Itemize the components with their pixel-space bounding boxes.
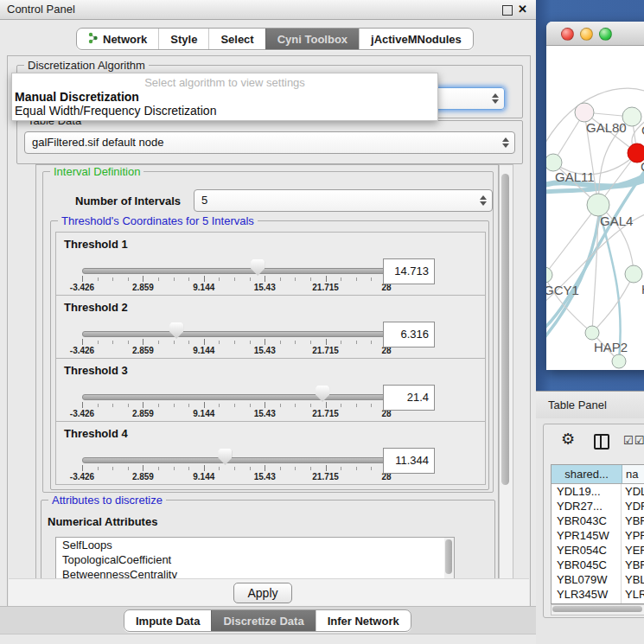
network-node-label: HAP2 bbox=[594, 340, 628, 354]
table-row[interactable]: YPR145WYPR1 bbox=[552, 528, 644, 543]
minimize-traffic-light-icon[interactable] bbox=[580, 28, 593, 41]
slider-tick bbox=[188, 404, 189, 407]
table-cell: YDR27... bbox=[552, 499, 622, 513]
slider-tick bbox=[82, 276, 83, 282]
settings-scrollpane: Interval Definition Number of Intervals … bbox=[35, 164, 499, 579]
slider-tick bbox=[250, 404, 251, 407]
slider-tick bbox=[219, 277, 220, 281]
slider-tick-label: 2.859 bbox=[132, 472, 154, 481]
number-of-intervals-combobox[interactable]: 5 bbox=[194, 189, 493, 212]
close-icon[interactable]: ✕ bbox=[518, 3, 527, 16]
select-columns-icon[interactable]: ☑☑ bbox=[623, 434, 644, 447]
slider-tick bbox=[82, 465, 83, 471]
table-header-row: shared... na bbox=[552, 465, 644, 484]
tab-cyni-toolbox[interactable]: Cyni Toolbox bbox=[265, 29, 359, 49]
window-title: Control Panel bbox=[7, 3, 75, 16]
tab-network[interactable]: Network bbox=[77, 29, 158, 49]
table-row[interactable]: YBR045CYBR0 bbox=[552, 558, 644, 572]
slider-tick bbox=[204, 402, 205, 408]
threshold-value-field[interactable]: 6.316 bbox=[383, 322, 435, 348]
thresholds-group: Threshold's Coordinates for 5 Intervals … bbox=[50, 220, 489, 490]
table-cell: YER054C bbox=[552, 543, 622, 558]
network-node[interactable] bbox=[546, 267, 552, 283]
table-row[interactable]: YBR043CYBR0 bbox=[552, 513, 644, 528]
scrollbar-thumb[interactable] bbox=[501, 174, 509, 485]
slider-tick bbox=[128, 404, 129, 407]
number-of-intervals-value: 5 bbox=[201, 194, 207, 207]
attribute-item[interactable]: SelfLoops bbox=[56, 538, 454, 552]
table-row[interactable]: YLR345WYLR3 bbox=[552, 587, 644, 602]
network-canvas[interactable]: GAL80GCGAL11GAL4GCY1HHAP2 bbox=[546, 45, 644, 370]
settings-vertical-scrollbar[interactable] bbox=[499, 164, 513, 579]
attributes-group-title: Attributes to discretize bbox=[48, 494, 166, 507]
column-header-name[interactable]: na bbox=[622, 465, 644, 483]
network-node[interactable] bbox=[625, 265, 642, 283]
slider-tick bbox=[128, 341, 129, 344]
table-cell: YBR043C bbox=[552, 513, 622, 528]
slider-tick bbox=[265, 402, 265, 408]
slider-tick bbox=[371, 341, 372, 344]
threshold-label: Threshold 2 bbox=[64, 301, 128, 314]
gear-icon[interactable]: ⚙ bbox=[561, 430, 575, 449]
network-node[interactable] bbox=[622, 107, 641, 126]
float-icon[interactable] bbox=[502, 5, 513, 16]
slider-tick bbox=[234, 277, 235, 281]
algorithm-group-title: Discretization Algorithm bbox=[24, 59, 149, 72]
slider-tick-label: 2.859 bbox=[132, 409, 154, 418]
slider-tick bbox=[174, 341, 175, 344]
tab-infer-network[interactable]: Infer Network bbox=[316, 610, 411, 631]
table-data-combobox[interactable]: galFiltered.sif default node bbox=[24, 131, 515, 154]
network-node[interactable] bbox=[612, 354, 626, 368]
table-row[interactable]: YER054CYER0 bbox=[552, 543, 644, 558]
table-row[interactable]: YBL079WYBL0 bbox=[552, 572, 644, 587]
tab-impute-data[interactable]: Impute Data bbox=[124, 610, 211, 631]
network-node[interactable] bbox=[546, 154, 562, 171]
slider-tick-label: -3.426 bbox=[70, 346, 94, 355]
zoom-traffic-light-icon[interactable] bbox=[599, 28, 612, 41]
tab-jactivemnodules[interactable]: jActiveMNodules bbox=[359, 29, 473, 49]
threshold-value-field[interactable]: 11.344 bbox=[383, 448, 435, 474]
attribute-item[interactable]: BetweennessCentrality bbox=[56, 567, 454, 579]
threshold-value-field[interactable]: 21.4 bbox=[383, 385, 435, 411]
slider-track[interactable] bbox=[82, 331, 388, 337]
slider-tick bbox=[174, 404, 175, 407]
tab-label: Impute Data bbox=[136, 615, 200, 628]
scrollbar-thumb[interactable] bbox=[445, 539, 452, 574]
dropdown-option-manual[interactable]: Manual Discretization bbox=[12, 90, 437, 104]
table-horizontal-scrollbar[interactable] bbox=[551, 604, 644, 615]
slider-tick bbox=[188, 277, 189, 281]
scrollbar-thumb[interactable] bbox=[552, 606, 642, 612]
attribute-item[interactable]: TopologicalCoefficient bbox=[56, 552, 454, 567]
slider-tick bbox=[341, 341, 341, 344]
split-columns-icon[interactable] bbox=[594, 434, 609, 450]
slider-tick bbox=[128, 277, 129, 281]
close-traffic-light-icon[interactable] bbox=[561, 28, 574, 41]
column-header-shared-name[interactable]: shared... bbox=[552, 465, 622, 483]
slider-track[interactable] bbox=[82, 457, 388, 463]
slider-tick bbox=[112, 341, 113, 344]
slider-tick-label: 21.715 bbox=[312, 409, 339, 418]
attributes-list-scrollbar[interactable] bbox=[444, 538, 454, 578]
table-panel-region: ⚙ ☑☑ shared... na YDL19...YDL1YDR27...YD… bbox=[536, 418, 644, 644]
table-panel-bar: Table Panel bbox=[536, 391, 644, 419]
tab-discretize-data[interactable]: Discretize Data bbox=[211, 610, 315, 631]
apply-button[interactable]: Apply bbox=[233, 583, 292, 603]
combo-stepper-icon bbox=[501, 137, 510, 149]
table-row[interactable]: YDR27...YDR2 bbox=[552, 499, 644, 513]
numerical-attributes-list[interactable]: SelfLoopsTopologicalCoefficientBetweenne… bbox=[55, 537, 455, 579]
slider-track[interactable] bbox=[82, 268, 388, 274]
network-node[interactable] bbox=[585, 326, 599, 340]
slider-tick bbox=[112, 467, 113, 470]
table-row[interactable]: YDL19...YDL1 bbox=[552, 484, 644, 499]
slider-tick bbox=[310, 277, 311, 281]
network-node[interactable] bbox=[575, 103, 594, 122]
tab-select[interactable]: Select bbox=[208, 29, 265, 49]
slider-tick bbox=[265, 276, 265, 282]
threshold-value-field[interactable]: 14.713 bbox=[383, 258, 435, 284]
slider-track[interactable] bbox=[82, 394, 388, 400]
algorithm-dropdown-popup: Select algorithm to view settings Manual… bbox=[11, 73, 438, 121]
bottom-tab-bar: Impute DataDiscretize DataInfer Network bbox=[124, 609, 411, 632]
tab-style[interactable]: Style bbox=[158, 29, 208, 49]
dropdown-option-equal-width[interactable]: Equal Width/Frequency Discretization bbox=[12, 104, 437, 118]
slider-tick bbox=[295, 277, 296, 281]
